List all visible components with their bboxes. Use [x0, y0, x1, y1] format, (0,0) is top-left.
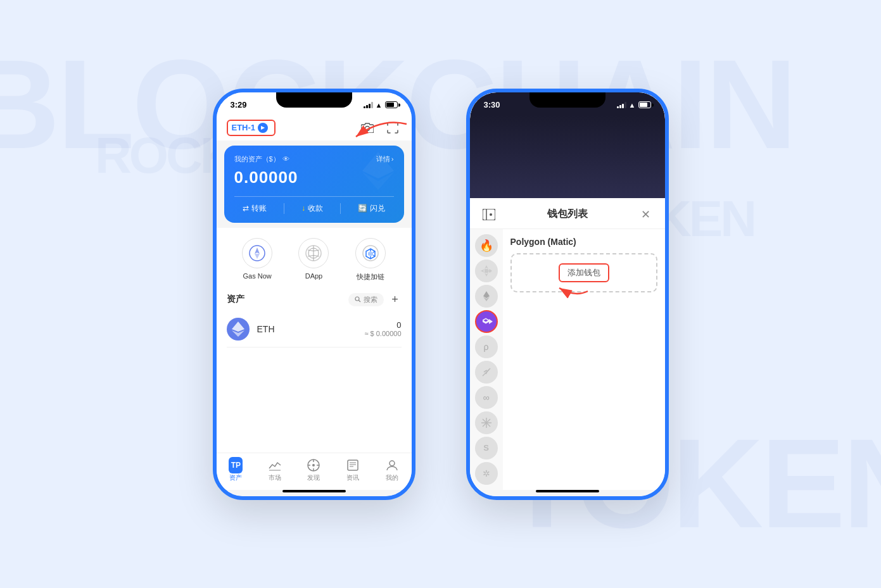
- nav-item-assets[interactable]: TP 资产: [220, 458, 251, 482]
- wallet-sheet: 钱包列表 ✕ 🔥: [470, 198, 665, 490]
- eth-watermark: [362, 152, 394, 196]
- bar2-p2: [619, 105, 621, 108]
- phone-2: 3:30 ▲: [466, 89, 669, 500]
- chain-icon-bsc[interactable]: [475, 260, 498, 282]
- chain-icon-feather[interactable]: [475, 361, 498, 384]
- chain-icon-eth[interactable]: [475, 285, 498, 308]
- bar3: [369, 104, 371, 108]
- notch-2: [529, 92, 605, 108]
- market-label: 市场: [269, 473, 281, 482]
- dapp-label: DApp: [305, 272, 323, 280]
- svg-point-35: [490, 213, 492, 216]
- asset-search-row: 搜索 +: [348, 293, 402, 306]
- chain-icon-s[interactable]: S: [475, 437, 498, 460]
- battery-fill-1: [386, 103, 395, 107]
- dark-bg: [470, 115, 665, 198]
- svg-point-0: [365, 126, 369, 130]
- chain-name: Polygon (Matic): [510, 237, 657, 247]
- asset-card: 我的资产（$） 👁 详情 › 0.00000: [224, 146, 404, 223]
- search-label: 搜索: [364, 295, 377, 304]
- chain-icon-polygon[interactable]: [475, 310, 498, 333]
- asset-list-header: 资产 搜索 +: [227, 287, 402, 311]
- sheet-body: 🔥: [470, 229, 665, 490]
- bar4: [371, 102, 373, 108]
- phone1-nav: ETH-1 ▶: [217, 115, 412, 141]
- battery-fill-2: [640, 103, 648, 107]
- svg-marker-37: [485, 273, 488, 277]
- asset-label: 我的资产（$） 👁: [234, 154, 289, 164]
- asset-list: 资产 搜索 +: [217, 287, 412, 453]
- discover-label: 发现: [307, 473, 320, 482]
- bottom-nav: TP 资产 市场: [217, 453, 412, 490]
- add-wallet-text: 添加钱包: [559, 263, 609, 282]
- token-row-eth[interactable]: ETH 0 ≈ $ 0.00000: [227, 311, 402, 347]
- phone-2-inner: 3:30 ▲: [470, 92, 665, 496]
- nav-item-discover[interactable]: 发现: [298, 458, 329, 482]
- wifi-icon-2: ▲: [629, 101, 636, 109]
- svg-point-31: [390, 461, 395, 466]
- eth-token-icon: [227, 318, 250, 341]
- nav-item-news[interactable]: 资讯: [337, 458, 369, 482]
- swap-icon: 🔄: [358, 204, 367, 213]
- eth-token-name: ETH: [257, 324, 275, 334]
- news-label: 资讯: [346, 473, 359, 482]
- chain-icon-fire[interactable]: 🔥: [475, 234, 498, 257]
- nav-item-market[interactable]: 市场: [259, 458, 291, 482]
- add-token-button[interactable]: +: [389, 293, 402, 306]
- nav-icons: [358, 119, 402, 137]
- eth-badge[interactable]: ETH-1 ▶: [227, 120, 276, 136]
- status-icons-2: ▲: [617, 101, 651, 109]
- status-time-1: 3:29: [231, 100, 247, 109]
- discover-icon: [307, 458, 320, 472]
- dapp-item[interactable]: DApp: [298, 238, 329, 282]
- arrow-annotation-2: [550, 285, 600, 316]
- quick-menu: Gas Now DApp: [217, 228, 412, 287]
- sheet-header: 钱包列表 ✕: [470, 198, 665, 229]
- bar4-p2: [624, 102, 626, 108]
- wifi-icon-1: ▲: [376, 101, 383, 109]
- svg-marker-39: [488, 269, 492, 273]
- asset-list-title: 资产: [227, 294, 244, 305]
- bar2: [366, 105, 368, 108]
- quick-chain-label: 快捷加链: [357, 272, 384, 282]
- chain-sidebar: 🔥: [470, 229, 503, 490]
- sheet-title: 钱包列表: [498, 208, 637, 221]
- notch-1: [276, 92, 352, 108]
- home-indicator-1: [282, 490, 346, 492]
- asset-actions: ⇄ 转账 ↓ 收款 🔄 闪兑: [234, 196, 394, 214]
- signal-bars-2: [617, 102, 626, 108]
- transfer-action[interactable]: ⇄ 转账: [243, 203, 267, 214]
- quick-chain-item[interactable]: 快捷加链: [355, 238, 386, 282]
- svg-rect-33: [483, 209, 495, 220]
- svg-marker-4: [255, 247, 260, 254]
- svg-marker-5: [255, 254, 260, 259]
- search-pill[interactable]: 搜索: [348, 293, 384, 306]
- receive-action[interactable]: ↓ 收款: [301, 203, 323, 214]
- scan-icon[interactable]: [384, 119, 402, 137]
- swap-action[interactable]: 🔄 闪兑: [358, 203, 385, 214]
- svg-line-17: [358, 301, 360, 303]
- svg-marker-36: [485, 265, 488, 269]
- chain-icon-snowflake[interactable]: [475, 411, 498, 434]
- svg-point-22: [312, 464, 315, 466]
- gas-now-item[interactable]: Gas Now: [242, 238, 272, 282]
- gas-now-label: Gas Now: [243, 272, 272, 280]
- chain-icon-infinity[interactable]: ∞: [475, 386, 498, 409]
- close-button[interactable]: ✕: [637, 206, 655, 223]
- profile-label: 我的: [386, 473, 398, 482]
- battery-1: [385, 101, 398, 108]
- gas-now-icon: [242, 238, 272, 268]
- profile-icon: [385, 458, 399, 472]
- nav-item-profile[interactable]: 我的: [376, 458, 408, 482]
- tp-logo: TP: [229, 457, 243, 473]
- eye-icon[interactable]: 👁: [282, 155, 289, 163]
- chain-icon-rho[interactable]: ρ: [475, 335, 498, 358]
- add-wallet-button[interactable]: 添加钱包: [510, 253, 657, 292]
- eth-badge-arrow: ▶: [258, 123, 268, 133]
- status-time-2: 3:30: [484, 100, 500, 109]
- wallet-list-icon: [480, 206, 498, 223]
- svg-rect-40: [485, 269, 488, 273]
- dapp-icon: [298, 238, 329, 268]
- camera-icon[interactable]: [358, 119, 376, 137]
- chain-icon-asterisk[interactable]: ✲: [475, 462, 498, 485]
